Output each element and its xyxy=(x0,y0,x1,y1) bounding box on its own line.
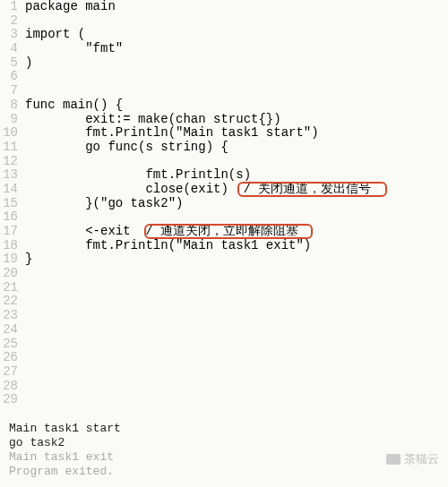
code-line xyxy=(25,267,448,281)
code-line: <-exit / 通道关闭，立即解除阻塞 xyxy=(25,225,448,239)
line-number: 20 xyxy=(0,267,18,281)
line-number: 27 xyxy=(0,365,18,380)
code-line xyxy=(25,84,448,98)
output-line: Program exited. xyxy=(9,465,439,479)
line-number: 18 xyxy=(0,239,18,253)
line-number: 1 xyxy=(0,0,18,14)
code-line: exit:= make(chan struct{}) xyxy=(25,113,448,127)
line-number: 23 xyxy=(0,309,18,323)
line-number: 16 xyxy=(0,210,18,225)
code-line xyxy=(25,380,448,394)
line-number: 14 xyxy=(0,183,18,197)
line-number: 3 xyxy=(0,28,18,42)
code-line: } xyxy=(25,252,448,267)
code-line xyxy=(25,14,448,29)
line-number: 25 xyxy=(0,337,18,352)
code-line xyxy=(25,337,448,352)
code-editor: 1 2 3 4 5 6 7 8 9 10 11 12 13 14 15 16 1… xyxy=(0,0,448,407)
code-line: }("go task2") xyxy=(25,197,448,211)
code-line xyxy=(25,365,448,380)
code-line xyxy=(25,309,448,323)
code-line: "fmt" xyxy=(25,42,448,56)
output-line: go task2 xyxy=(9,436,439,450)
output-line: Main task1 exit xyxy=(9,450,439,465)
annotation-highlight-close xyxy=(237,182,387,197)
code-line: fmt.Println("Main task1 start") xyxy=(25,126,448,141)
line-number: 24 xyxy=(0,323,18,337)
annotation-highlight-receive xyxy=(144,224,313,239)
line-number: 6 xyxy=(0,70,18,84)
output-line: Main task1 start xyxy=(9,422,439,436)
line-number: 12 xyxy=(0,155,18,169)
code-line: fmt.Println("Main task1 exit") xyxy=(25,239,448,253)
line-number: 22 xyxy=(0,295,18,309)
line-number: 11 xyxy=(0,141,18,155)
line-number: 17 xyxy=(0,225,18,239)
line-number: 19 xyxy=(0,252,18,267)
line-number: 5 xyxy=(0,56,18,71)
line-number: 8 xyxy=(0,98,18,113)
code-line xyxy=(25,351,448,365)
line-number: 29 xyxy=(0,393,18,407)
code-line: close(exit) / 关闭通道，发出信号 xyxy=(25,183,448,197)
line-number-gutter: 1 2 3 4 5 6 7 8 9 10 11 12 13 14 15 16 1… xyxy=(0,0,25,407)
code-line xyxy=(25,210,448,225)
line-number: 4 xyxy=(0,42,18,56)
code-line xyxy=(25,70,448,84)
code-content: package main import ( "fmt" ) func main(… xyxy=(25,0,448,407)
code-line xyxy=(25,155,448,169)
line-number: 15 xyxy=(0,197,18,211)
code-line: func main() { xyxy=(25,98,448,113)
watermark-logo-icon xyxy=(386,454,401,465)
line-number: 7 xyxy=(0,84,18,98)
line-number: 28 xyxy=(0,380,18,394)
line-number: 21 xyxy=(0,281,18,295)
watermark: 茶猫云 xyxy=(386,451,439,467)
program-output: Main task1 start go task2 Main task1 exi… xyxy=(0,416,448,484)
code-line xyxy=(25,295,448,309)
line-number: 13 xyxy=(0,168,18,183)
code-line xyxy=(25,323,448,337)
code-line: ) xyxy=(25,56,448,71)
code-line: fmt.Println(s) xyxy=(25,168,448,183)
code-line xyxy=(25,393,448,407)
line-number: 10 xyxy=(0,126,18,141)
code-line: go func(s string) { xyxy=(25,141,448,155)
watermark-text: 茶猫云 xyxy=(404,451,439,467)
code-line: package main xyxy=(25,0,448,14)
line-number: 9 xyxy=(0,113,18,127)
line-number: 26 xyxy=(0,351,18,365)
code-line: import ( xyxy=(25,28,448,42)
code-line xyxy=(25,281,448,295)
line-number: 2 xyxy=(0,14,18,29)
